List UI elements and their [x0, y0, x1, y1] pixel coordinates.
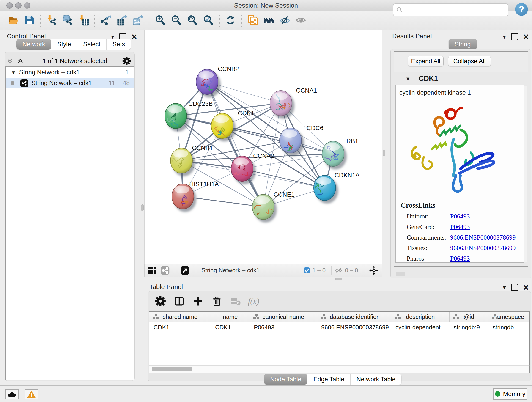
table-options-gear-icon[interactable]: [154, 295, 167, 307]
network-canvas[interactable]: CCNB2 CCNA1 CDC25B CDK1 CDC6 RB1 CCNB1 C…: [144, 30, 382, 264]
export-network-button[interactable]: [99, 14, 112, 27]
network-node-CCNB2[interactable]: CCNB2: [196, 65, 239, 95]
network-node-CCNA1[interactable]: CCNA1: [270, 87, 317, 116]
add-column-icon[interactable]: [191, 295, 204, 307]
network-edge-HIST1H1A-CCNE1[interactable]: [183, 196, 263, 207]
network-edge-CCNB2-CCNA1[interactable]: [207, 82, 281, 103]
tab-sets[interactable]: Sets: [107, 39, 131, 50]
table-cell[interactable]: stringdb: [488, 322, 529, 332]
network-node-CCNE1[interactable]: CCNE1: [249, 191, 295, 220]
column-header-description[interactable]: description: [391, 312, 450, 322]
expand-all-button[interactable]: Expand All: [408, 56, 443, 66]
panel-menu-icon[interactable]: ▾: [503, 34, 506, 40]
float-panel-icon[interactable]: [511, 284, 518, 291]
delete-table-icon[interactable]: [229, 295, 242, 307]
show-results-button[interactable]: [294, 14, 307, 27]
network-collection-row[interactable]: ▾ String Network – cdk1 1: [6, 67, 134, 78]
tab-network[interactable]: Network: [17, 39, 51, 50]
zoom-out-button[interactable]: [170, 14, 183, 27]
column-header-canonical-name[interactable]: canonical name: [250, 312, 317, 322]
table-cell[interactable]: CDK1: [149, 322, 211, 332]
export-table-button[interactable]: [115, 14, 128, 27]
close-panel-icon[interactable]: ×: [523, 284, 529, 290]
table-row[interactable]: CDK1CDK1P064939606.ENSP00000378699cyclin…: [149, 322, 529, 332]
collection-collapse-icon[interactable]: ▾: [12, 69, 15, 76]
table-cell[interactable]: cyclin-dependent ...: [391, 322, 450, 332]
network-node-CCNB1[interactable]: CCNB1: [171, 145, 213, 173]
delete-column-trash-icon[interactable]: [210, 295, 223, 307]
left-splitter-handle[interactable]: [141, 204, 144, 211]
panel-menu-icon[interactable]: ▾: [503, 284, 506, 290]
network-node-CDK1[interactable]: CDK1: [211, 110, 254, 138]
tab-style[interactable]: Style: [51, 39, 77, 50]
show-columns-icon[interactable]: [173, 295, 186, 307]
function-builder-icon[interactable]: f(x): [248, 296, 259, 306]
import-network-button[interactable]: [45, 14, 58, 27]
zoom-selected-icon: [203, 15, 214, 26]
warning-status-icon[interactable]: [25, 389, 38, 400]
tab-select[interactable]: Select: [77, 39, 107, 50]
help-button[interactable]: ?: [515, 3, 528, 16]
crosslink-link-uniprot[interactable]: P06493: [450, 213, 470, 220]
tab-edge-table[interactable]: Edge Table: [307, 374, 351, 385]
save-session-icon: [24, 15, 35, 26]
search-input[interactable]: [405, 5, 506, 15]
cdk1-section-header[interactable]: ▾ CDK1: [394, 72, 527, 85]
column-header-namespace[interactable]: namespace: [488, 312, 529, 322]
tab-string[interactable]: String: [449, 39, 477, 50]
network-row[interactable]: String Network – cdk1 11 48: [6, 78, 134, 89]
hidden-eye-slash-icon[interactable]: [335, 267, 342, 274]
network-view-icon[interactable]: [161, 266, 170, 275]
collapse-all-button[interactable]: Collapse All: [448, 56, 491, 66]
table-cell[interactable]: 9606.ENSP00000378699: [317, 322, 391, 332]
column-header-shared-name[interactable]: shared name: [149, 312, 211, 322]
network-node-HIST1H1A[interactable]: HIST1H1A: [172, 181, 219, 213]
string-home-button[interactable]: [262, 14, 275, 27]
network-options-gear-icon[interactable]: [122, 57, 131, 65]
crosslink-link-pharos[interactable]: P06493: [450, 255, 470, 262]
table-horizontal-scrollbar[interactable]: [149, 365, 530, 373]
expand-all-networks-icon[interactable]: [6, 59, 13, 63]
column-header-name[interactable]: name: [211, 312, 250, 322]
results-scrollbar[interactable]: [524, 86, 527, 262]
tab-network-table[interactable]: Network Table: [351, 374, 402, 385]
right-splitter-handle[interactable]: [383, 150, 385, 156]
network-node-RB1[interactable]: RB1: [322, 138, 359, 166]
column-header-database-identifier[interactable]: database identifier: [317, 312, 391, 322]
birds-eye-view-icon[interactable]: [180, 266, 190, 275]
zoom-selected-button[interactable]: [202, 14, 215, 27]
crosslink-link-tissues[interactable]: 9606.ENSP00000378699: [450, 244, 515, 252]
export-image-button[interactable]: [132, 14, 144, 27]
crosslink-link-compartments[interactable]: 9606.ENSP00000378699: [450, 234, 515, 241]
refresh-layout-button[interactable]: [224, 14, 237, 27]
float-panel-icon[interactable]: [511, 33, 518, 40]
network-edge-CCNB2-CCNE1[interactable]: [207, 82, 263, 207]
zoom-fit-button[interactable]: [186, 14, 199, 27]
collapse-all-networks-icon[interactable]: [17, 59, 24, 63]
confidence-button[interactable]: [278, 14, 291, 27]
table-cell[interactable]: CDK1: [211, 322, 250, 332]
fit-content-crosshair-icon[interactable]: [369, 266, 379, 275]
crosslink-link-genecard[interactable]: P06493: [450, 223, 470, 230]
grid-view-icon[interactable]: [148, 266, 157, 275]
selected-checkbox-icon[interactable]: [304, 267, 310, 274]
table-cell[interactable]: stringdb:9...: [450, 322, 488, 332]
memory-button[interactable]: Memory: [493, 388, 527, 400]
zoom-in-button[interactable]: [154, 14, 167, 27]
column-header-id[interactable]: @id: [450, 312, 488, 322]
import-network-database-button[interactable]: [61, 14, 74, 27]
tab-node-table[interactable]: Node Table: [264, 374, 307, 385]
close-panel-icon[interactable]: ×: [523, 34, 529, 40]
save-session-button[interactable]: [23, 14, 36, 27]
string-import-button[interactable]: [246, 14, 259, 27]
close-panel-icon[interactable]: ×: [132, 34, 137, 40]
import-table-button[interactable]: [77, 14, 90, 27]
section-collapse-icon[interactable]: ▾: [406, 75, 409, 82]
network-edge-CCNA2-CDKN1A[interactable]: [242, 169, 325, 188]
table-cell[interactable]: P06493: [250, 322, 317, 332]
memory-status-dot: [495, 391, 500, 397]
bottom-splitter-handle[interactable]: [335, 278, 342, 280]
open-session-button[interactable]: [7, 14, 20, 27]
scrollbar-thumb[interactable]: [152, 367, 192, 371]
cloud-status-icon[interactable]: [5, 389, 19, 400]
